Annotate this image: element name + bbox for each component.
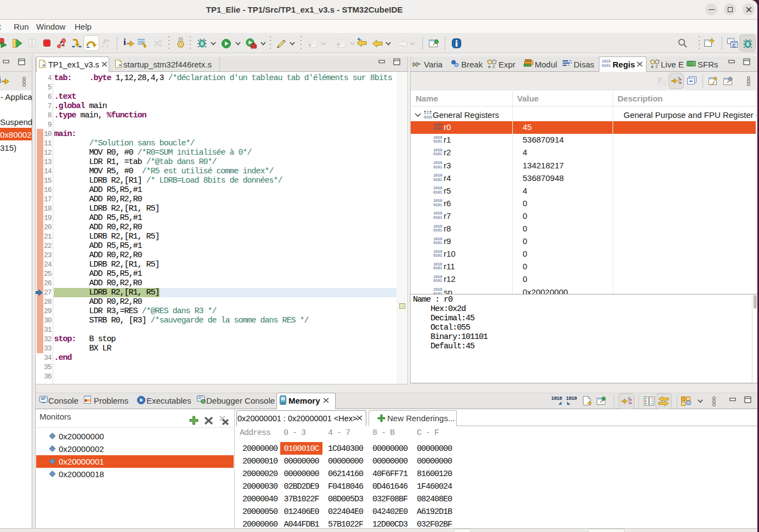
svg-text:0101: 0101 xyxy=(424,115,432,119)
svg-text:.s: .s xyxy=(42,62,45,67)
svg-text:x: x xyxy=(651,64,654,69)
svg-text:2: 2 xyxy=(655,64,658,69)
svg-text:2: 2 xyxy=(492,64,495,69)
svg-text:x: x xyxy=(488,64,491,69)
svg-text:C: C xyxy=(732,43,736,48)
svg-text:.s: .s xyxy=(118,62,121,67)
